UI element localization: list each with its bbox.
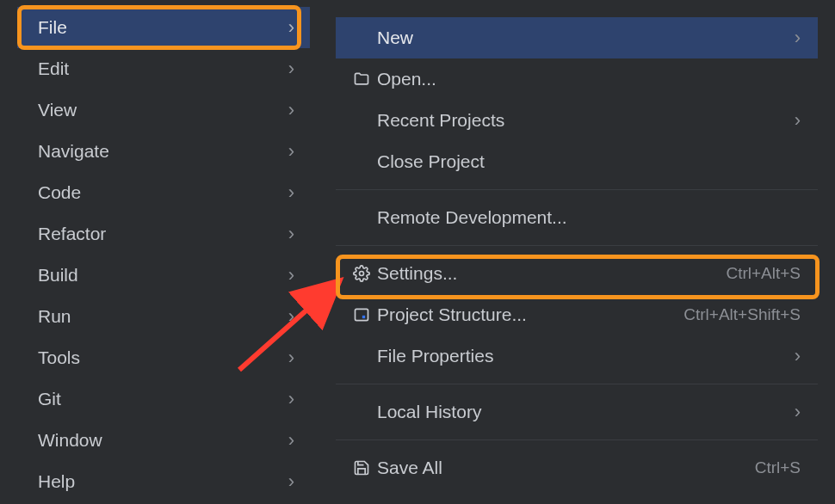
submenu-project-structure-shortcut: Ctrl+Alt+Shift+S [683,305,801,324]
chevron-right-icon: › [288,16,294,39]
menu-run-label: Run [38,306,71,327]
submenu-new-label: New [377,28,795,48]
submenu-recent[interactable]: Recent Projects › [336,100,818,141]
submenu-local-history[interactable]: Local History › [336,391,818,433]
folder-icon [349,71,374,88]
submenu-settings[interactable]: Settings... Ctrl+Alt+S [336,253,818,294]
menu-help[interactable]: Help › [17,461,310,502]
chevron-right-icon: › [288,99,294,121]
submenu-file-properties[interactable]: File Properties › [336,335,818,377]
submenu-project-structure-label: Project Structure... [377,304,683,325]
chevron-right-icon: › [288,223,294,245]
submenu-settings-shortcut: Ctrl+Alt+S [726,264,801,283]
chevron-right-icon: › [795,345,801,367]
submenu-open[interactable]: Open... [336,58,818,100]
menu-file[interactable]: File › [17,7,310,48]
menu-window[interactable]: Window › [17,420,310,461]
svg-point-0 [360,272,364,276]
menu-git[interactable]: Git › [17,378,310,420]
menu-run[interactable]: Run › [17,296,310,337]
menu-navigate[interactable]: Navigate › [17,131,310,172]
menu-refactor-label: Refactor [38,224,106,244]
menu-code[interactable]: Code › [17,172,310,213]
chevron-right-icon: › [288,140,294,163]
chevron-right-icon: › [288,470,294,493]
chevron-right-icon: › [795,27,801,49]
chevron-right-icon: › [288,181,294,204]
submenu-open-label: Open... [377,69,801,89]
submenu-file-props-label: File Properties [377,346,795,366]
svg-rect-1 [356,309,368,320]
submenu-project-structure[interactable]: Project Structure... Ctrl+Alt+Shift+S [336,294,818,335]
menu-help-label: Help [38,471,75,492]
save-icon [349,459,374,476]
menu-edit[interactable]: Edit › [17,48,310,89]
menu-edit-label: Edit [38,58,69,79]
chevron-right-icon: › [288,429,294,452]
file-submenu: New › Open... Recent Projects › Close Pr… [336,17,818,504]
submenu-remote-dev[interactable]: Remote Development... [336,197,818,238]
menu-window-label: Window [38,430,102,451]
menu-build[interactable]: Build › [17,255,310,296]
chevron-right-icon: › [288,347,294,369]
menu-refactor[interactable]: Refactor › [17,213,310,255]
submenu-separator [336,384,818,384]
submenu-remote-label: Remote Development... [377,207,801,228]
menubar: File › Edit › View › Navigate › Code › R… [17,7,310,502]
menu-code-label: Code [38,182,81,203]
submenu-save-all-shortcut: Ctrl+S [755,458,801,477]
menu-navigate-label: Navigate [38,141,109,162]
gear-icon [349,265,374,282]
menu-git-label: Git [38,389,61,409]
svg-rect-2 [362,316,365,318]
menu-tools[interactable]: Tools › [17,337,310,378]
submenu-save-all-label: Save All [377,458,755,478]
chevron-right-icon: › [288,305,294,328]
menu-view-label: View [38,100,77,120]
menu-view[interactable]: View › [17,89,310,131]
menu-file-label: File [38,17,67,38]
submenu-close-project[interactable]: Close Project [336,141,818,182]
submenu-save-all[interactable]: Save All Ctrl+S [336,447,818,489]
submenu-separator [336,189,818,190]
submenu-recent-label: Recent Projects [377,110,795,131]
chevron-right-icon: › [288,264,294,286]
chevron-right-icon: › [288,58,294,80]
submenu-settings-label: Settings... [377,263,726,284]
submenu-separator [336,245,818,246]
submenu-local-history-label: Local History [377,402,795,422]
submenu-close-label: Close Project [377,151,801,172]
chevron-right-icon: › [795,109,801,132]
menu-build-label: Build [38,265,78,286]
submenu-separator [336,439,818,440]
project-structure-icon [349,306,374,323]
chevron-right-icon: › [288,388,294,410]
menu-tools-label: Tools [38,347,80,368]
submenu-new[interactable]: New › [336,17,818,58]
chevron-right-icon: › [795,401,801,423]
